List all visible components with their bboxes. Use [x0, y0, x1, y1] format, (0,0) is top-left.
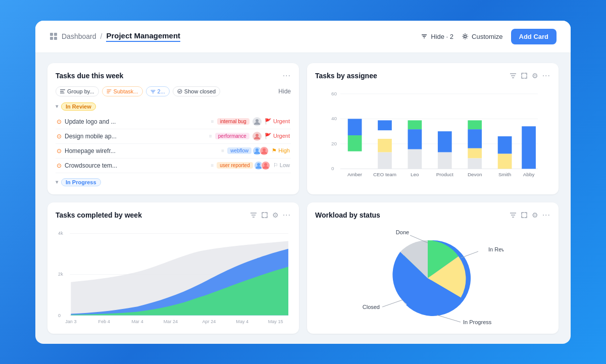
svg-text:Product: Product	[436, 172, 453, 177]
avatar-group	[255, 146, 269, 155]
svg-point-14	[256, 148, 259, 151]
header-actions: Hide · 2 Customize Add Card	[421, 29, 557, 44]
svg-text:Mar 4: Mar 4	[131, 319, 143, 324]
svg-rect-36	[408, 120, 422, 129]
task-menu-icon: ≡	[211, 119, 214, 124]
svg-rect-46	[468, 158, 482, 169]
svg-rect-33	[378, 138, 392, 152]
hide-button[interactable]: Hide · 2	[421, 33, 453, 40]
filter-count-label: 2...	[158, 88, 165, 94]
tasks-assignee-card: Tasks by assignee ⚙	[307, 63, 559, 194]
tasks-completed-title: Tasks completed by week	[56, 211, 142, 219]
expand-button-2[interactable]	[261, 212, 268, 219]
svg-rect-43	[468, 120, 482, 129]
breadcrumb: Dashboard / Project Management	[49, 31, 180, 42]
task-row[interactable]: ⊙ Design mobile ap... ≡ performance 🚩 Ur…	[56, 129, 291, 144]
add-card-button[interactable]: Add Card	[511, 29, 557, 44]
expand-button-3[interactable]	[521, 212, 528, 219]
expand-button[interactable]	[521, 72, 528, 79]
group-icon	[60, 89, 65, 94]
task-row[interactable]: ⊙ Homepage wirefr... ≡ webflow ⚑ High	[56, 144, 291, 159]
task-tag: performance	[215, 133, 249, 139]
breadcrumb-current: Project Management	[106, 31, 180, 42]
more-button[interactable]: ···	[542, 71, 550, 80]
header: Dashboard / Project Management Hide · 2 …	[35, 21, 571, 53]
task-row[interactable]: ⊙ Crowdsource tem... ≡ user reported ⚐ L…	[56, 159, 291, 173]
svg-rect-45	[468, 148, 482, 158]
bar-chart-area: 60 40 20 0 Amber	[315, 86, 550, 186]
workload-actions: ⚙ ···	[510, 211, 550, 220]
task-row[interactable]: ⊙ Update logo and ... ≡ internal bug 🚩 U…	[56, 115, 291, 129]
svg-rect-48	[498, 136, 512, 154]
svg-text:Apr 24: Apr 24	[202, 319, 216, 324]
svg-rect-41	[438, 152, 452, 169]
pie-chart-section: Done In Review In Progress Closed	[315, 226, 550, 326]
workload-header: Workload by status ⚙	[315, 211, 550, 220]
svg-text:Done: Done	[396, 229, 409, 235]
svg-rect-49	[498, 153, 512, 169]
show-closed-icon	[177, 89, 182, 94]
settings-button-3[interactable]: ⚙	[532, 211, 538, 219]
task-name: Crowdsource tem...	[65, 162, 208, 169]
svg-text:0: 0	[331, 166, 334, 171]
svg-text:May 15: May 15	[268, 319, 283, 324]
hide-label: Hide · 2	[431, 33, 453, 40]
filter-button-3[interactable]	[510, 212, 517, 219]
tasks-due-more-button[interactable]: ···	[283, 71, 291, 80]
svg-text:60: 60	[331, 90, 337, 96]
svg-text:Mar 24: Mar 24	[164, 319, 178, 324]
chevron-down-icon-2: ▾	[56, 179, 58, 185]
svg-text:20: 20	[331, 140, 337, 146]
filter-icon	[421, 33, 428, 40]
breadcrumb-separator: /	[100, 32, 103, 40]
customize-button[interactable]: Customize	[462, 33, 502, 40]
task-name: Design mobile ap...	[65, 133, 206, 140]
svg-text:2k: 2k	[58, 272, 63, 277]
filter-button-2[interactable]	[250, 212, 257, 219]
in-review-section-header: ▾ In Review	[56, 100, 291, 113]
expand-icon	[521, 72, 528, 79]
svg-text:In Progress: In Progress	[463, 319, 492, 325]
task-avatar-2	[261, 161, 270, 170]
settings-button-2[interactable]: ⚙	[272, 211, 279, 219]
more-button-3[interactable]: ···	[542, 211, 550, 220]
svg-text:Leo: Leo	[411, 172, 419, 177]
svg-rect-44	[468, 129, 482, 148]
breadcrumb-root[interactable]: Dashboard	[62, 32, 96, 40]
svg-rect-1	[54, 33, 57, 36]
task-avatar	[252, 117, 262, 126]
svg-rect-0	[50, 33, 53, 36]
svg-point-7	[464, 35, 467, 38]
group-by-button[interactable]: Group by...	[56, 86, 99, 96]
tasks-completed-card: Tasks completed by week ⚙	[47, 202, 299, 334]
filter-icon-2	[510, 72, 517, 79]
priority-flag: 🚩 Urgent	[265, 118, 290, 125]
tasks-assignee-title: Tasks by assignee	[315, 72, 377, 80]
svg-rect-40	[438, 131, 452, 152]
svg-rect-2	[50, 37, 53, 40]
more-button-2[interactable]: ···	[283, 211, 291, 220]
settings-button[interactable]: ⚙	[532, 72, 538, 80]
dashboard-icon	[49, 32, 58, 40]
task-name: Homepage wirefr...	[65, 147, 218, 154]
filter-count-button[interactable]: 2...	[146, 86, 170, 96]
task-status-icon: ⊙	[57, 133, 62, 140]
svg-text:40: 40	[331, 116, 337, 121]
task-status-icon: ⊙	[57, 118, 62, 125]
task-status-icon: ⊙	[57, 162, 62, 169]
subtask-button[interactable]: Subtask...	[102, 86, 143, 96]
filter-button[interactable]	[510, 72, 517, 79]
task-tag: user reported	[217, 162, 252, 169]
svg-text:4k: 4k	[58, 231, 63, 236]
show-closed-button[interactable]: Show closed	[173, 86, 220, 96]
filter-icon-3	[250, 212, 257, 219]
area-chart-svg: 4k 2k 0 Jan 3 Feb 4 Mar 4	[56, 226, 291, 326]
workload-status-card: Workload by status ⚙	[307, 202, 559, 334]
svg-rect-34	[378, 152, 392, 169]
hide-tasks-button[interactable]: Hide	[278, 88, 291, 95]
svg-line-76	[437, 315, 461, 322]
task-avatar-2	[260, 146, 269, 155]
tasks-assignee-header: Tasks by assignee ⚙	[315, 71, 550, 80]
in-progress-badge: In Progress	[61, 178, 101, 186]
tasks-due-title: Tasks due this week	[56, 72, 123, 80]
